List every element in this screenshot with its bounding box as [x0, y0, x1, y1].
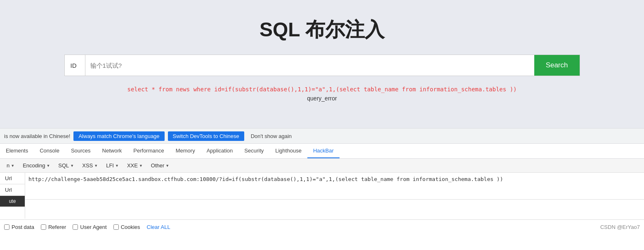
- tab-security[interactable]: Security: [238, 144, 269, 158]
- bottom-bar: Post data Referer User Agent Cookies Cle…: [0, 219, 644, 234]
- dont-show-again-btn[interactable]: Don't show again: [248, 131, 295, 141]
- tab-elements[interactable]: Elements: [0, 144, 34, 158]
- user-agent-group[interactable]: User Agent: [73, 224, 106, 230]
- csdn-credit: CSDN @ErYao7: [600, 224, 640, 230]
- lang-bar-text: is now available in Chinese!: [4, 133, 70, 139]
- menu-encoding-arrow: ▼: [46, 164, 50, 168]
- menu-lfi[interactable]: LFI ▼: [103, 161, 122, 170]
- menu-other[interactable]: Other ▼: [148, 161, 172, 170]
- tab-sources[interactable]: Sources: [65, 144, 97, 158]
- post-data-checkbox[interactable]: [4, 224, 9, 230]
- query-error: query_error: [127, 95, 517, 102]
- menu-other-label: Other: [151, 162, 165, 169]
- menu-xxe[interactable]: XXE ▼: [124, 161, 146, 170]
- referer-label: Referer: [48, 224, 66, 230]
- execute-btn[interactable]: ute: [0, 196, 25, 207]
- devtools-tabs: Elements Console Sources Network Perform…: [0, 144, 644, 159]
- post-data-group[interactable]: Post data: [4, 224, 34, 230]
- always-match-btn[interactable]: Always match Chrome's language: [73, 131, 164, 141]
- menu-sql[interactable]: SQL ▼: [55, 161, 77, 170]
- post-data-label: Post data: [12, 224, 34, 230]
- menu-n-arrow: ▼: [11, 164, 14, 168]
- referer-group[interactable]: Referer: [41, 224, 66, 230]
- referer-checkbox[interactable]: [41, 224, 46, 230]
- url-labels: Url Url ute: [0, 173, 25, 219]
- tab-application[interactable]: Application: [201, 144, 239, 158]
- lang-bar: is now available in Chinese! Always matc…: [0, 128, 644, 144]
- menu-lfi-label: LFI: [106, 162, 114, 169]
- query-display: select * from news where id=if(substr(da…: [127, 86, 517, 102]
- switch-devtools-btn[interactable]: Switch DevTools to Chinese: [168, 131, 244, 141]
- menu-encoding[interactable]: Encoding ▼: [19, 161, 53, 170]
- search-button[interactable]: Search: [534, 55, 580, 76]
- menu-xxe-label: XXE: [127, 162, 138, 169]
- tab-hackbar[interactable]: HackBar: [307, 144, 340, 158]
- page-title: SQL 布尔注入: [259, 17, 385, 43]
- url-label-btn-2[interactable]: Url: [0, 184, 25, 196]
- url-textarea-1[interactable]: [25, 173, 644, 200]
- menu-xss[interactable]: XSS ▼: [79, 161, 101, 170]
- menu-n-label: n: [7, 162, 9, 169]
- tab-memory[interactable]: Memory: [170, 144, 201, 158]
- tab-performance[interactable]: Performance: [127, 144, 170, 158]
- url-label-btn-1[interactable]: Url: [0, 173, 25, 184]
- user-agent-label: User Agent: [80, 224, 106, 230]
- menu-sql-label: SQL: [58, 162, 69, 169]
- menu-n[interactable]: n ▼: [3, 161, 18, 170]
- hackbar-toolbar: n ▼ Encoding ▼ SQL ▼ XSS ▼ LFI ▼ XXE ▼ O…: [0, 159, 644, 173]
- search-label: ID: [65, 55, 85, 76]
- tab-console[interactable]: Console: [34, 144, 65, 158]
- user-agent-checkbox[interactable]: [73, 224, 78, 230]
- devtools-panel: is now available in Chinese! Always matc…: [0, 128, 644, 234]
- cookies-checkbox[interactable]: [113, 224, 119, 230]
- menu-xss-arrow: ▼: [94, 164, 98, 168]
- main-page: SQL 布尔注入 ID Search select * from news wh…: [0, 0, 644, 128]
- menu-lfi-arrow: ▼: [115, 164, 119, 168]
- url-input-area: [25, 173, 644, 219]
- cookies-label: Cookies: [121, 224, 140, 230]
- menu-encoding-label: Encoding: [23, 162, 45, 169]
- hackbar-urls: Url Url ute: [0, 173, 644, 219]
- query-sql: select * from news where id=if(substr(da…: [127, 86, 517, 93]
- clear-all-btn[interactable]: Clear ALL: [147, 224, 170, 230]
- menu-other-arrow: ▼: [165, 164, 169, 168]
- menu-sql-arrow: ▼: [70, 164, 74, 168]
- url-textarea-2[interactable]: [25, 200, 644, 219]
- tab-network[interactable]: Network: [97, 144, 128, 158]
- menu-xxe-arrow: ▼: [139, 164, 143, 168]
- cookies-group[interactable]: Cookies: [113, 224, 140, 230]
- search-bar: ID Search: [64, 55, 580, 76]
- search-input[interactable]: [85, 55, 534, 76]
- menu-xss-label: XSS: [82, 162, 93, 169]
- tab-lighthouse[interactable]: Lighthouse: [269, 144, 307, 158]
